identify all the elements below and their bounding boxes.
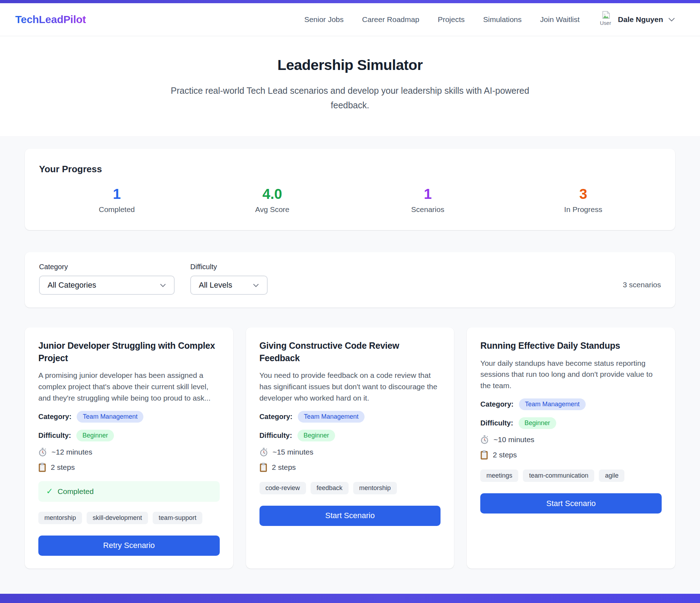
tag: meetings <box>480 469 518 482</box>
time-row: ~15 minutes <box>259 447 313 457</box>
user-menu[interactable]: User Dale Nguyen <box>599 10 675 29</box>
scenario-title: Running Effective Daily Standups <box>480 339 620 352</box>
nav-senior-jobs[interactable]: Senior Jobs <box>304 15 344 24</box>
user-name: Dale Nguyen <box>618 15 663 24</box>
page-subtitle: Practice real-world Tech Lead scenarios … <box>171 83 529 113</box>
completed-banner: ✓ Completed <box>38 481 220 502</box>
category-badge: Team Management <box>77 411 143 423</box>
avatar-alt-text: User <box>599 20 613 26</box>
difficulty-filter: Difficulty All Levels <box>190 263 268 295</box>
difficulty-select-value: All Levels <box>199 281 232 290</box>
stat-completed-label: Completed <box>39 205 195 214</box>
category-row: Category: Team Management <box>259 411 365 423</box>
stat-in-progress-label: In Progress <box>505 205 661 214</box>
retry-scenario-button[interactable]: Retry Scenario <box>38 536 220 556</box>
tag-list: mentorship skill-development team-suppor… <box>38 512 202 524</box>
stat-scenarios-value: 1 <box>350 187 505 201</box>
category-select[interactable]: All Categories <box>39 276 175 295</box>
bottom-accent-bar <box>0 594 700 603</box>
scenario-card: Giving Constructive Code Review Feedback… <box>246 327 454 569</box>
difficulty-filter-label: Difficulty <box>190 263 268 271</box>
steps-text: 2 steps <box>51 463 75 472</box>
stat-in-progress-value: 3 <box>505 187 661 201</box>
scenario-card: Junior Developer Struggling with Complex… <box>25 327 233 569</box>
clipboard-icon <box>259 463 267 472</box>
steps-row: 2 steps <box>480 450 517 460</box>
time-row: ~12 minutes <box>38 447 92 457</box>
difficulty-row: Difficulty: Beginner <box>480 417 556 429</box>
scenario-card: Running Effective Daily Standups Your da… <box>467 327 675 569</box>
page: TechLeadPilot Senior Jobs Career Roadmap… <box>0 0 700 603</box>
category-label: Category: <box>259 413 292 421</box>
progress-card: Your Progress 1 Completed 4.0 Avg Score … <box>25 149 675 230</box>
steps-row: 2 steps <box>38 463 75 472</box>
tag: team-support <box>153 512 202 524</box>
difficulty-badge: Beginner <box>76 430 114 441</box>
difficulty-select[interactable]: All Levels <box>190 276 268 295</box>
category-select-value: All Categories <box>48 281 96 290</box>
hero: Leadership Simulator Practice real-world… <box>0 36 700 136</box>
stat-completed-value: 1 <box>39 187 195 201</box>
category-label: Category: <box>480 400 513 408</box>
tag: code-review <box>259 482 306 494</box>
stopwatch-icon <box>38 447 47 457</box>
time-row: ~10 minutes <box>480 435 534 444</box>
nav-projects[interactable]: Projects <box>438 15 465 24</box>
avatar-broken-image-icon: User <box>599 10 613 29</box>
tag: mentorship <box>38 512 82 524</box>
difficulty-label: Difficulty: <box>480 419 513 427</box>
stat-completed: 1 Completed <box>39 187 195 214</box>
category-badge: Team Management <box>298 411 365 423</box>
start-scenario-button[interactable]: Start Scenario <box>480 493 662 514</box>
steps-text: 2 steps <box>272 463 296 472</box>
difficulty-row: Difficulty: Beginner <box>38 430 114 441</box>
time-text: ~15 minutes <box>273 448 313 456</box>
stat-avg-score-label: Avg Score <box>195 205 350 214</box>
tag-list: meetings team-communication agile <box>480 469 624 482</box>
nav-join-waitlist[interactable]: Join Waitlist <box>540 15 580 24</box>
start-scenario-button[interactable]: Start Scenario <box>259 506 441 526</box>
nav-simulations[interactable]: Simulations <box>483 15 522 24</box>
stat-in-progress: 3 In Progress <box>505 187 661 214</box>
tag: team-communication <box>523 469 594 482</box>
tag: skill-development <box>87 512 148 524</box>
category-row: Category: Team Management <box>38 411 143 423</box>
stat-avg-score: 4.0 Avg Score <box>195 187 350 214</box>
progress-stats: 1 Completed 4.0 Avg Score 1 Scenarios 3 … <box>39 187 661 214</box>
clipboard-icon <box>480 450 488 460</box>
progress-title: Your Progress <box>39 164 661 175</box>
scenario-description: Your daily standups have become status r… <box>480 358 662 392</box>
brand-logo[interactable]: TechLeadPilot <box>15 13 86 26</box>
difficulty-row: Difficulty: Beginner <box>259 430 335 441</box>
time-text: ~12 minutes <box>51 448 92 456</box>
difficulty-badge: Beginner <box>519 417 556 429</box>
time-text: ~10 minutes <box>493 435 534 444</box>
stopwatch-icon <box>480 435 489 444</box>
difficulty-badge: Beginner <box>297 430 335 441</box>
category-badge: Team Management <box>519 398 586 410</box>
scenario-title: Junior Developer Struggling with Complex… <box>38 339 220 364</box>
category-filter: Category All Categories <box>39 263 175 295</box>
completed-text: Completed <box>58 487 94 496</box>
stat-avg-score-value: 4.0 <box>195 187 350 201</box>
stat-scenarios: 1 Scenarios <box>350 187 505 214</box>
tag-list: code-review feedback mentorship <box>259 482 397 494</box>
main-content: Your Progress 1 Completed 4.0 Avg Score … <box>0 136 700 569</box>
difficulty-label: Difficulty: <box>259 431 292 440</box>
scenario-title: Giving Constructive Code Review Feedback <box>259 339 441 364</box>
scenario-grid: Junior Developer Struggling with Complex… <box>25 327 675 569</box>
category-filter-label: Category <box>39 263 175 271</box>
chevron-down-icon <box>253 283 259 287</box>
category-row: Category: Team Management <box>480 398 585 410</box>
steps-text: 2 steps <box>493 451 517 459</box>
scenario-count: 3 scenarios <box>623 281 661 289</box>
category-label: Category: <box>38 413 71 421</box>
tag: mentorship <box>353 482 397 494</box>
header: TechLeadPilot Senior Jobs Career Roadmap… <box>0 3 700 36</box>
tag: feedback <box>311 482 349 494</box>
chevron-down-icon <box>160 283 166 287</box>
nav-career-roadmap[interactable]: Career Roadmap <box>362 15 419 24</box>
scenario-description: A promising junior developer has been as… <box>38 370 220 404</box>
tag: agile <box>599 469 624 482</box>
stat-scenarios-label: Scenarios <box>350 205 505 214</box>
